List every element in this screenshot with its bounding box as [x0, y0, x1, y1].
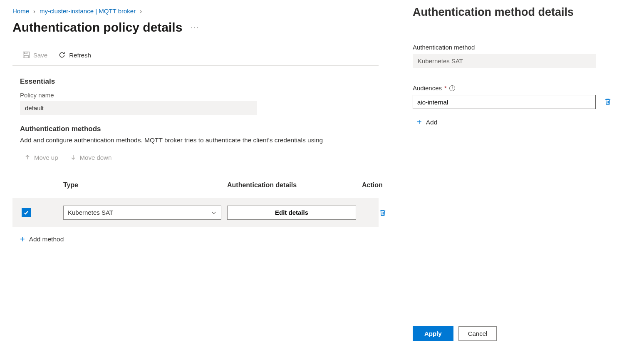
refresh-button[interactable]: Refresh	[58, 51, 91, 59]
delete-row-button[interactable]	[362, 209, 404, 216]
policy-name-label: Policy name	[12, 92, 379, 99]
move-down-button[interactable]: Move down	[70, 154, 112, 161]
audiences-label: Audiences * i	[413, 84, 627, 92]
svg-rect-1	[25, 52, 27, 54]
plus-icon: +	[417, 117, 422, 127]
chevron-right-icon: ›	[33, 7, 35, 15]
edit-details-button[interactable]: Edit details	[227, 206, 356, 220]
toolbar: Save Refresh	[12, 51, 379, 66]
details-panel: Authentication method details Authentica…	[403, 0, 644, 345]
save-icon	[22, 51, 30, 59]
svg-rect-2	[24, 55, 28, 58]
page-title: Authentication policy details	[12, 20, 182, 35]
breadcrumb-home[interactable]: Home	[12, 7, 29, 15]
table-row: Kubernetes SAT Edit details	[12, 198, 379, 227]
refresh-icon	[58, 51, 66, 59]
required-star-icon: *	[444, 84, 447, 92]
apply-button[interactable]: Apply	[413, 326, 453, 341]
panel-title: Authentication method details	[413, 6, 627, 19]
plus-icon: +	[20, 235, 25, 244]
column-details: Authentication details	[227, 181, 356, 189]
delete-audience-button[interactable]	[604, 98, 612, 107]
add-audience-button[interactable]: + Add	[413, 115, 627, 129]
row-checkbox[interactable]	[22, 208, 31, 217]
move-up-button[interactable]: Move up	[24, 154, 58, 161]
add-method-button[interactable]: + Add method	[12, 232, 71, 247]
type-dropdown[interactable]: Kubernetes SAT	[63, 206, 221, 220]
cancel-button[interactable]: Cancel	[458, 326, 497, 341]
trash-icon	[379, 209, 386, 216]
chevron-down-icon	[211, 210, 217, 216]
audience-row	[413, 95, 627, 109]
save-button[interactable]: Save	[22, 51, 47, 59]
auth-method-label: Authentication method	[413, 44, 627, 51]
essentials-header: Essentials	[12, 77, 379, 86]
info-icon[interactable]: i	[449, 85, 455, 91]
column-type: Type	[63, 181, 221, 189]
column-action: Action	[362, 181, 404, 189]
auth-methods-header: Authentication methods	[20, 125, 371, 133]
chevron-right-icon: ›	[140, 7, 142, 15]
arrow-up-icon	[24, 154, 31, 161]
auth-method-field: Kubernetes SAT	[413, 54, 596, 68]
breadcrumb-instance[interactable]: my-cluster-instance | MQTT broker	[40, 7, 136, 15]
checkmark-icon	[23, 210, 29, 216]
audience-input[interactable]	[413, 95, 596, 109]
breadcrumb: Home › my-cluster-instance | MQTT broker…	[12, 7, 379, 15]
policy-name-field: default	[20, 101, 257, 115]
table-header: Type Authentication details Action	[12, 181, 379, 189]
arrow-down-icon	[70, 154, 77, 161]
trash-icon	[604, 98, 612, 105]
more-actions-icon[interactable]: ···	[191, 23, 199, 32]
auth-methods-description: Add and configure authentication methods…	[20, 136, 371, 145]
